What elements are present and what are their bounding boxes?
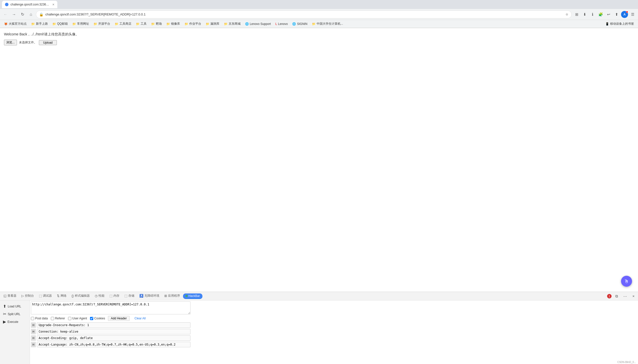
- tab-hackbar-label: HackBar: [188, 294, 200, 298]
- bookmark-label: 漏洞库: [210, 22, 220, 26]
- browser-chrome: challenge.qsnctf.com:32367/?_SERVER[REMO…: [0, 0, 638, 28]
- bookmark-label: 镜像库: [171, 22, 180, 26]
- bookmark-jd[interactable]: 📁 京东商城: [222, 21, 242, 26]
- undo-icon[interactable]: ↩: [605, 11, 612, 18]
- bookmark-common[interactable]: 📁 常用网址: [70, 21, 91, 26]
- referer-checkbox[interactable]: [51, 317, 54, 320]
- home-btn[interactable]: ⌂: [28, 11, 34, 18]
- upload-btn[interactable]: Upload: [39, 40, 57, 45]
- tab-hackbar[interactable]: HackBar: [183, 294, 202, 299]
- tab-accessibility[interactable]: ♿ 无障碍环境: [137, 292, 162, 300]
- header-input-3[interactable]: [37, 335, 190, 341]
- share-icon[interactable]: ⬆: [613, 11, 620, 18]
- bookmark-university[interactable]: 📁 中国大学生计算机...: [310, 21, 345, 26]
- tab-accessibility-label: 无障碍环境: [144, 294, 159, 298]
- bookmark-work[interactable]: 📁 作业平台: [182, 21, 203, 26]
- info-icon[interactable]: ℹ: [589, 11, 596, 18]
- tab-inspector[interactable]: ◱ 查看器: [1, 292, 19, 300]
- bookmark-icon: L: [275, 22, 277, 26]
- load-url-btn[interactable]: ⬆ Load URL: [0, 302, 30, 310]
- tab-memory-label: 内存: [114, 294, 120, 298]
- tab-application[interactable]: ⊞ 应用程序: [162, 292, 182, 300]
- post-data-label: Post data: [35, 317, 48, 320]
- puzzle-icon[interactable]: 🧩: [597, 11, 604, 18]
- post-data-checkbox[interactable]: [31, 317, 34, 320]
- browse-btn[interactable]: 浏览...: [4, 40, 17, 46]
- menu-btn[interactable]: ☰: [629, 11, 636, 18]
- add-header-btn[interactable]: Add Header: [108, 316, 130, 321]
- bookmark-label: 火狐官方站点: [9, 22, 27, 26]
- cookies-checkbox-label[interactable]: Cookies: [90, 317, 105, 320]
- bookmarks-bar: 🦊 火狐官方站点 📁 新手上路 📁 QQ邮箱 📁 常用网址 📁 开源平台 📁 工…: [0, 20, 638, 28]
- tab-network[interactable]: ⇅ 网络: [54, 292, 69, 300]
- address-bar[interactable]: 🔒 challenge.qsnctf.com:32367/?_SERVER[RE…: [36, 10, 572, 18]
- referer-checkbox-label[interactable]: Referer: [51, 317, 65, 320]
- back-btn[interactable]: ←: [2, 11, 9, 18]
- active-tab[interactable]: challenge.qsnctf.com:32367/?_SERVER[REMO…: [2, 1, 57, 8]
- download-icon[interactable]: ⬇: [581, 11, 588, 18]
- bookmark-icon: 📁: [115, 22, 118, 26]
- accessibility-icon: ♿: [139, 294, 143, 298]
- devtools-tabs: ◱ 查看器 ▷ 控制台 ⬚ 调试器 ⇅ 网络 {} 样式编辑器 ◷ 性能 ⬚ 内…: [0, 292, 638, 300]
- bookmark-icon: 🌐: [245, 22, 249, 26]
- tab-storage[interactable]: ⬚ 存储: [122, 292, 137, 300]
- bookmark-vuln[interactable]: 📁 漏洞库: [204, 21, 222, 26]
- bookmark-tools[interactable]: 📁 工具: [134, 21, 148, 26]
- tab-network-label: 网络: [60, 294, 66, 298]
- forward-btn[interactable]: →: [10, 11, 18, 18]
- execute-icon: ▶: [3, 319, 6, 324]
- header-row-1: H: [31, 322, 190, 328]
- bookmark-icon: 📁: [166, 22, 170, 26]
- tab-console-label: 控制台: [25, 294, 34, 298]
- bookmark-mirror[interactable]: 📁 镜像库: [164, 21, 182, 26]
- bookmark-range[interactable]: 📁 靶场: [149, 21, 164, 26]
- header-row-3: H: [31, 335, 190, 341]
- bookmark-newbie[interactable]: 📁 新手上路: [29, 21, 50, 26]
- bookmark-icon: 📁: [151, 22, 155, 26]
- devtools-resize-btn[interactable]: ⧉: [613, 293, 620, 300]
- tab-console[interactable]: ▷ 控制台: [19, 292, 36, 300]
- bookmark-mobile[interactable]: 📱 移动设备上的书签: [603, 21, 636, 26]
- bookmark-icon: 📁: [312, 22, 316, 26]
- execute-btn[interactable]: ▶ Execute: [0, 318, 30, 326]
- header-label-4: H: [31, 342, 36, 347]
- url-textarea[interactable]: http://challenge.qsnctf.com:32367/?_SERV…: [31, 302, 190, 314]
- bookmark-icon: 📁: [136, 22, 140, 26]
- bookmark-lenovo-support[interactable]: 🌐 Lenovo Support: [243, 22, 273, 26]
- header-input-1[interactable]: [37, 322, 190, 328]
- cookies-checkbox[interactable]: [90, 317, 93, 320]
- tab-perf[interactable]: ◷ 性能: [92, 292, 107, 300]
- bookmark-qq[interactable]: 📁 QQ邮箱: [50, 21, 70, 26]
- header-input-2[interactable]: [37, 329, 190, 334]
- clear-all-btn[interactable]: Clear All: [133, 316, 148, 320]
- user-agent-checkbox-label[interactable]: User Agent: [68, 317, 87, 320]
- tab-memory[interactable]: ⬚ 内存: [107, 292, 122, 300]
- avatar-btn[interactable]: A: [621, 11, 628, 18]
- split-url-btn[interactable]: ✂ Split URL: [0, 310, 30, 318]
- reload-btn[interactable]: ↻: [19, 11, 26, 18]
- bookmark-huhu[interactable]: 🦊 火狐官方站点: [2, 21, 29, 26]
- referer-label: Referer: [55, 317, 65, 320]
- bookmark-signin[interactable]: 🌐 SIGNIN: [290, 22, 309, 26]
- tab-close-btn[interactable]: ×: [52, 2, 54, 6]
- tab-application-label: 应用程序: [168, 294, 180, 298]
- devtools-more-btn[interactable]: ⋯: [622, 293, 628, 300]
- bookmark-icon: 📁: [224, 22, 228, 26]
- floating-action-btn[interactable]: 🖱: [621, 276, 632, 287]
- devtools-close-btn[interactable]: ×: [630, 293, 637, 300]
- bookmark-lenovo[interactable]: L Lenovo: [273, 22, 290, 26]
- extensions-btn[interactable]: ⊞: [573, 11, 580, 18]
- star-icon[interactable]: ☆: [566, 12, 568, 16]
- post-data-checkbox-label[interactable]: Post data: [31, 317, 48, 320]
- user-agent-checkbox[interactable]: [68, 317, 71, 320]
- header-input-4[interactable]: [37, 342, 190, 347]
- nav-icons: ⊞ ⬇ ℹ 🧩 ↩ ⬆ A ☰: [573, 11, 636, 18]
- bookmark-tools-shop[interactable]: 📁 工具商店: [113, 21, 134, 26]
- bookmark-label: 中国大学生计算机...: [317, 22, 343, 26]
- tab-debugger[interactable]: ⬚ 调试器: [36, 292, 54, 300]
- tab-style[interactable]: {} 样式编辑器: [69, 292, 92, 300]
- style-icon: {}: [72, 294, 74, 298]
- console-icon: ▷: [22, 294, 24, 298]
- load-url-label: Load URL: [8, 305, 21, 308]
- bookmark-opensource[interactable]: 📁 开源平台: [92, 21, 112, 26]
